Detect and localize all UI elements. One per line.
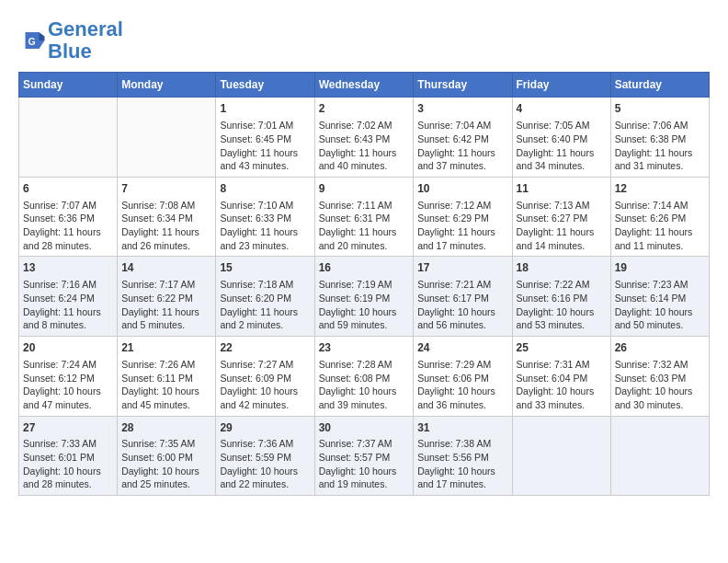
cell-content: Sunrise: 7:26 AMSunset: 6:11 PMDaylight:… (121, 358, 211, 412)
day-number: 10 (417, 181, 507, 197)
calendar-cell: 8Sunrise: 7:10 AMSunset: 6:33 PMDaylight… (216, 177, 314, 257)
calendar-cell: 23Sunrise: 7:28 AMSunset: 6:08 PMDayligh… (314, 337, 414, 417)
day-number: 22 (220, 340, 310, 356)
cell-content: Sunrise: 7:14 AMSunset: 6:26 PMDaylight:… (615, 199, 705, 253)
cell-content: Sunrise: 7:10 AMSunset: 6:33 PMDaylight:… (220, 199, 310, 253)
calendar-cell (19, 98, 118, 178)
cell-content: Sunrise: 7:36 AMSunset: 5:59 PMDaylight:… (220, 437, 310, 491)
day-number: 20 (23, 340, 113, 356)
calendar-cell (512, 416, 610, 496)
calendar-cell: 14Sunrise: 7:17 AMSunset: 6:22 PMDayligh… (118, 257, 216, 337)
cell-content: Sunrise: 7:16 AMSunset: 6:24 PMDaylight:… (23, 278, 113, 332)
weekday-header-sunday: Sunday (19, 73, 118, 98)
day-number: 25 (517, 340, 607, 356)
calendar-cell: 11Sunrise: 7:13 AMSunset: 6:27 PMDayligh… (512, 177, 610, 257)
day-number: 6 (23, 181, 113, 197)
day-number: 26 (615, 340, 705, 356)
calendar-cell: 28Sunrise: 7:35 AMSunset: 6:00 PMDayligh… (118, 416, 216, 496)
logo: G GeneralBlue (18, 18, 123, 63)
weekday-header-monday: Monday (118, 73, 216, 98)
day-number: 1 (220, 101, 310, 117)
calendar-cell: 19Sunrise: 7:23 AMSunset: 6:14 PMDayligh… (610, 257, 709, 337)
cell-content: Sunrise: 7:37 AMSunset: 5:57 PMDaylight:… (319, 437, 410, 491)
calendar-cell: 16Sunrise: 7:19 AMSunset: 6:19 PMDayligh… (314, 257, 414, 337)
day-number: 2 (319, 101, 410, 117)
day-number: 17 (417, 260, 507, 276)
cell-content: Sunrise: 7:06 AMSunset: 6:38 PMDaylight:… (615, 119, 705, 173)
cell-content: Sunrise: 7:24 AMSunset: 6:12 PMDaylight:… (23, 358, 113, 412)
calendar-cell: 10Sunrise: 7:12 AMSunset: 6:29 PMDayligh… (414, 177, 512, 257)
calendar-cell: 6Sunrise: 7:07 AMSunset: 6:36 PMDaylight… (19, 177, 118, 257)
cell-content: Sunrise: 7:28 AMSunset: 6:08 PMDaylight:… (319, 358, 410, 412)
cell-content: Sunrise: 7:05 AMSunset: 6:40 PMDaylight:… (517, 119, 607, 173)
calendar-cell: 29Sunrise: 7:36 AMSunset: 5:59 PMDayligh… (216, 416, 314, 496)
calendar-cell: 22Sunrise: 7:27 AMSunset: 6:09 PMDayligh… (216, 337, 314, 417)
logo-icon: G (18, 27, 46, 54)
day-number: 8 (220, 181, 310, 197)
calendar-cell: 30Sunrise: 7:37 AMSunset: 5:57 PMDayligh… (314, 416, 414, 496)
cell-content: Sunrise: 7:08 AMSunset: 6:34 PMDaylight:… (121, 199, 211, 253)
day-number: 31 (417, 420, 507, 436)
day-number: 12 (615, 181, 705, 197)
calendar-cell: 26Sunrise: 7:32 AMSunset: 6:03 PMDayligh… (610, 337, 709, 417)
cell-content: Sunrise: 7:11 AMSunset: 6:31 PMDaylight:… (319, 199, 410, 253)
calendar-week-3: 13Sunrise: 7:16 AMSunset: 6:24 PMDayligh… (19, 257, 710, 337)
day-number: 3 (417, 101, 507, 117)
day-number: 7 (121, 181, 211, 197)
cell-content: Sunrise: 7:07 AMSunset: 6:36 PMDaylight:… (23, 199, 113, 253)
cell-content: Sunrise: 7:22 AMSunset: 6:16 PMDaylight:… (517, 278, 607, 332)
weekday-header-row: SundayMondayTuesdayWednesdayThursdayFrid… (19, 73, 710, 98)
day-number: 5 (615, 101, 705, 117)
day-number: 4 (517, 101, 607, 117)
weekday-header-saturday: Saturday (610, 73, 709, 98)
cell-content: Sunrise: 7:04 AMSunset: 6:42 PMDaylight:… (417, 119, 507, 173)
cell-content: Sunrise: 7:18 AMSunset: 6:20 PMDaylight:… (220, 278, 310, 332)
calendar-cell: 7Sunrise: 7:08 AMSunset: 6:34 PMDaylight… (118, 177, 216, 257)
cell-content: Sunrise: 7:27 AMSunset: 6:09 PMDaylight:… (220, 358, 310, 412)
calendar-week-5: 27Sunrise: 7:33 AMSunset: 6:01 PMDayligh… (19, 416, 710, 496)
day-number: 27 (23, 420, 113, 436)
svg-marker-1 (40, 32, 45, 40)
calendar-cell: 2Sunrise: 7:02 AMSunset: 6:43 PMDaylight… (314, 98, 414, 178)
day-number: 16 (319, 260, 410, 276)
calendar-cell (118, 98, 216, 178)
calendar-cell: 1Sunrise: 7:01 AMSunset: 6:45 PMDaylight… (216, 98, 314, 178)
calendar-week-1: 1Sunrise: 7:01 AMSunset: 6:45 PMDaylight… (19, 98, 710, 178)
calendar-cell: 21Sunrise: 7:26 AMSunset: 6:11 PMDayligh… (118, 337, 216, 417)
calendar-cell: 17Sunrise: 7:21 AMSunset: 6:17 PMDayligh… (414, 257, 512, 337)
calendar-cell: 31Sunrise: 7:38 AMSunset: 5:56 PMDayligh… (414, 416, 512, 496)
cell-content: Sunrise: 7:38 AMSunset: 5:56 PMDaylight:… (417, 437, 507, 491)
day-number: 15 (220, 260, 310, 276)
calendar-cell (610, 416, 709, 496)
cell-content: Sunrise: 7:17 AMSunset: 6:22 PMDaylight:… (121, 278, 211, 332)
calendar-cell: 13Sunrise: 7:16 AMSunset: 6:24 PMDayligh… (19, 257, 118, 337)
calendar-cell: 27Sunrise: 7:33 AMSunset: 6:01 PMDayligh… (19, 416, 118, 496)
calendar-week-4: 20Sunrise: 7:24 AMSunset: 6:12 PMDayligh… (19, 337, 710, 417)
logo-text: GeneralBlue (48, 18, 123, 63)
day-number: 21 (121, 340, 211, 356)
cell-content: Sunrise: 7:19 AMSunset: 6:19 PMDaylight:… (319, 278, 410, 332)
calendar-cell: 4Sunrise: 7:05 AMSunset: 6:40 PMDaylight… (512, 98, 610, 178)
calendar-cell: 12Sunrise: 7:14 AMSunset: 6:26 PMDayligh… (610, 177, 709, 257)
calendar-cell: 18Sunrise: 7:22 AMSunset: 6:16 PMDayligh… (512, 257, 610, 337)
calendar-cell: 25Sunrise: 7:31 AMSunset: 6:04 PMDayligh… (512, 337, 610, 417)
cell-content: Sunrise: 7:21 AMSunset: 6:17 PMDaylight:… (417, 278, 507, 332)
cell-content: Sunrise: 7:35 AMSunset: 6:00 PMDaylight:… (121, 437, 211, 491)
page-header: G GeneralBlue (18, 18, 710, 63)
calendar-table: SundayMondayTuesdayWednesdayThursdayFrid… (18, 72, 710, 496)
calendar-cell: 20Sunrise: 7:24 AMSunset: 6:12 PMDayligh… (19, 337, 118, 417)
cell-content: Sunrise: 7:12 AMSunset: 6:29 PMDaylight:… (417, 199, 507, 253)
cell-content: Sunrise: 7:23 AMSunset: 6:14 PMDaylight:… (615, 278, 705, 332)
day-number: 24 (417, 340, 507, 356)
weekday-header-tuesday: Tuesday (216, 73, 314, 98)
cell-content: Sunrise: 7:32 AMSunset: 6:03 PMDaylight:… (615, 358, 705, 412)
day-number: 9 (319, 181, 410, 197)
day-number: 19 (615, 260, 705, 276)
cell-content: Sunrise: 7:13 AMSunset: 6:27 PMDaylight:… (517, 199, 607, 253)
day-number: 13 (23, 260, 113, 276)
day-number: 28 (121, 420, 211, 436)
cell-content: Sunrise: 7:33 AMSunset: 6:01 PMDaylight:… (23, 437, 113, 491)
calendar-cell: 24Sunrise: 7:29 AMSunset: 6:06 PMDayligh… (414, 337, 512, 417)
weekday-header-thursday: Thursday (414, 73, 512, 98)
calendar-cell: 15Sunrise: 7:18 AMSunset: 6:20 PMDayligh… (216, 257, 314, 337)
